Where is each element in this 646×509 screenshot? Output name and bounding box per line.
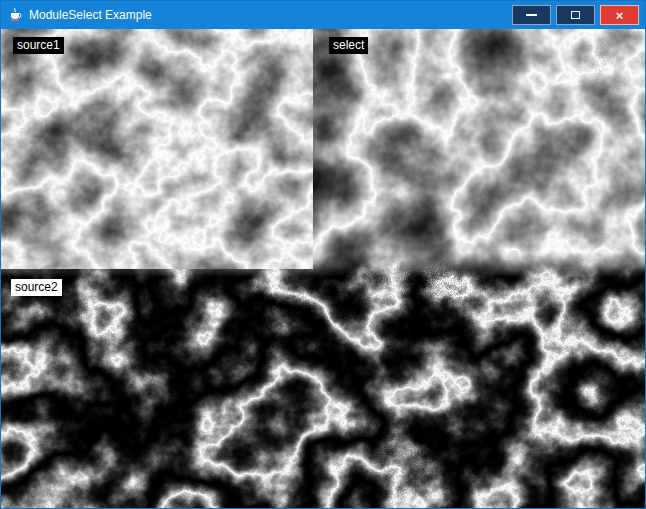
noise-render: [1, 29, 645, 508]
close-button[interactable]: ×: [600, 5, 639, 25]
module-select-window: ModuleSelect Example ×: [0, 0, 646, 509]
select-label: select: [329, 37, 368, 54]
java-icon: [7, 7, 23, 23]
window-controls: ×: [512, 5, 645, 25]
maximize-icon: [571, 11, 580, 19]
maximize-button[interactable]: [556, 5, 595, 25]
titlebar[interactable]: ModuleSelect Example ×: [1, 1, 645, 29]
source1-texture: [1, 29, 313, 269]
noise-canvas: source1 select source2: [1, 29, 645, 508]
source2-label: source2: [11, 279, 62, 296]
source1-label: source1: [13, 37, 64, 54]
minimize-button[interactable]: [512, 5, 551, 25]
window-title: ModuleSelect Example: [29, 1, 152, 29]
close-icon: ×: [616, 9, 624, 22]
minimize-icon: [526, 14, 537, 16]
